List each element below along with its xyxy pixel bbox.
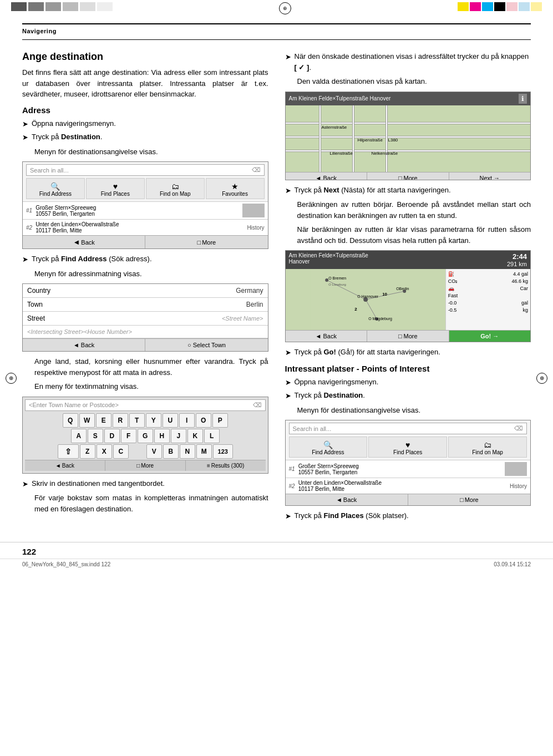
left-circle-mark: ⊕ (6, 373, 17, 384)
key-C[interactable]: C (113, 444, 129, 459)
calculation-sub: Beräkningen av rutten börjar. Beroende p… (297, 199, 531, 221)
yellow-mark (458, 2, 469, 11)
map-more-icon: □ (398, 175, 402, 180)
more-button-s1[interactable]: □ More (145, 236, 267, 248)
page-content: Navigering Ange destination Det finns fl… (0, 17, 553, 536)
route-stats-panel: ⛽ 4.4 gal CO₂ 46.6 kg 🚗 Car Fast (445, 269, 530, 330)
key-F[interactable]: F (121, 429, 136, 443)
find-address-icon: 🔍 (28, 182, 83, 191)
map-next-btn[interactable]: Next → (449, 172, 531, 180)
map-label-lilien: Lilienstraße (330, 151, 353, 156)
favourites-icon-cell[interactable]: ★ Favourites (206, 178, 265, 199)
key-I[interactable]: I (179, 413, 195, 428)
poi-history-label: History (510, 483, 527, 489)
print-marks-row: ⊕ (0, 0, 553, 17)
info-icon[interactable]: ℹ (519, 94, 527, 104)
find-places-icon-cell[interactable]: ♥ Find Places (86, 178, 145, 199)
key-A[interactable]: A (71, 429, 87, 443)
find-address-cell-2[interactable]: 🔍 Find Address (289, 437, 368, 458)
shift-key[interactable]: ⇧ (58, 444, 79, 459)
key-L[interactable]: L (204, 429, 220, 443)
key-E[interactable]: E (96, 413, 111, 428)
arrow-icon-next: ➤ (285, 185, 291, 196)
stat-eco: -0.0 gal (448, 300, 528, 306)
key-R[interactable]: R (113, 413, 128, 428)
country-row[interactable]: Country Germany (23, 284, 268, 298)
street-row[interactable]: Street <Street Name> (23, 312, 268, 326)
kb-results-btn[interactable]: ≡ Results (300) (186, 460, 266, 471)
poi-row-text-2: Unter den Linden×Oberwallstraße10117 Ber… (298, 480, 508, 492)
key-M[interactable]: M (196, 444, 212, 459)
route-title-2: Hanover (289, 258, 368, 265)
go-button[interactable]: Go! → (449, 331, 531, 342)
text-entry-para: En meny för textinmatning visas. (34, 381, 268, 392)
section-header-label: Navigering (22, 28, 57, 34)
back-btn-addr[interactable]: ◄ Back (23, 339, 145, 351)
stat-type: 🚗 Car (448, 286, 528, 291)
kb-back-arrow: ◄ (55, 463, 61, 469)
back-label-s1: Back (81, 239, 94, 246)
bullet-go: ➤ Tryck på Go! (Gå!) för att starta navi… (285, 347, 531, 358)
key-W[interactable]: W (79, 413, 95, 428)
map-more-btn[interactable]: □ More (367, 172, 449, 180)
key-G[interactable]: G (138, 429, 153, 443)
black-mark (494, 2, 505, 11)
key-S[interactable]: S (88, 429, 103, 443)
key-J[interactable]: J (171, 429, 186, 443)
route-title: Am Kleinen Felde×Tulpenstraße Hanover (289, 252, 368, 267)
row-map-img-1 (242, 204, 265, 217)
key-B[interactable]: B (163, 444, 179, 459)
kb-more-btn[interactable]: □ More (105, 460, 186, 471)
s2-back-btn[interactable]: ◄ Back (286, 494, 408, 505)
arrow-icon-poi1: ➤ (285, 377, 291, 388)
page-number: 122 (22, 547, 36, 556)
select-town-btn[interactable]: ○ Select Town (145, 339, 267, 351)
key-H[interactable]: H (154, 429, 170, 443)
go-arrow: → (493, 333, 499, 339)
key-T[interactable]: T (129, 413, 145, 428)
map-back-btn[interactable]: ◄ Back (286, 172, 368, 180)
find-address-text: Tryck på Find Address (Sök adress). (32, 253, 152, 265)
find-on-map-icon-cell[interactable]: 🗂 Find on Map (146, 178, 205, 199)
key-D[interactable]: D (104, 429, 120, 443)
key-P[interactable]: P (212, 413, 228, 428)
key-K[interactable]: K (187, 429, 203, 443)
back-button-s1[interactable]: ◄ Back (23, 236, 145, 248)
key-123[interactable]: 123 (213, 444, 233, 459)
keyboard-hint-bullets: ➤ Skriv in destinationen med tangentbord… (22, 478, 268, 490)
key-Z[interactable]: Z (80, 444, 95, 459)
town-row[interactable]: Town Berlin (23, 298, 268, 312)
route-back-arrow: ◄ (316, 333, 322, 339)
svg-text:2: 2 (354, 307, 357, 312)
row-text-2: Unter den Linden×Oberwallstraße10117 Ber… (35, 221, 245, 234)
history-row-2[interactable]: #2 Unter den Linden×Oberwallstraße10117 … (23, 219, 268, 235)
find-address-icon-cell[interactable]: 🔍 Find Address (26, 178, 85, 199)
map-label-hilpen: Hilpenstraße (358, 138, 383, 143)
route-more-btn[interactable]: □ More (367, 331, 449, 342)
stat-speed: Fast (448, 293, 528, 298)
submenu-para: Menyn för destinationsangivelse visas. (34, 146, 268, 158)
light-pink-mark (506, 2, 518, 11)
key-N[interactable]: N (180, 444, 195, 459)
key-U[interactable]: U (163, 413, 178, 428)
key-V[interactable]: V (146, 444, 162, 459)
s2-more-btn[interactable]: □ More (408, 494, 530, 505)
kb-back-btn[interactable]: ◄ Back (25, 460, 105, 471)
history-row-1[interactable]: #1 Großer Stern×Spreeweg10557 Berlin, Ti… (23, 201, 268, 219)
key-O[interactable]: O (196, 413, 211, 428)
find-on-map-cell-2[interactable]: 🗂 Find on Map (448, 437, 527, 458)
poi-history-row-1[interactable]: #1 Großer Stern×Spreeweg10557 Berlin, Ti… (286, 460, 531, 478)
fuel-icon: ⛽ (448, 271, 454, 277)
route-back-btn[interactable]: ◄ Back (286, 331, 368, 342)
stat-co2-minus: -0.5 kg (448, 307, 528, 313)
calculation-para: Beräkningen av rutten börjar. Beroende p… (297, 199, 531, 221)
intersecting-row[interactable]: <Intersecting Street> <House Number> (23, 326, 268, 338)
key-Y[interactable]: Y (146, 413, 161, 428)
find-addr-icon-2: 🔍 (291, 440, 366, 449)
key-Q[interactable]: Q (63, 413, 78, 428)
stat-co2: CO₂ 46.6 kg (448, 278, 528, 284)
keyboard-input[interactable]: <Enter Town Name or Postcode> ⌫ (25, 399, 266, 411)
key-X[interactable]: X (97, 444, 112, 459)
find-places-cell-2[interactable]: ♥ Find Places (368, 437, 447, 458)
poi-history-row-2[interactable]: #2 Unter den Linden×Oberwallstraße10117 … (286, 478, 531, 494)
